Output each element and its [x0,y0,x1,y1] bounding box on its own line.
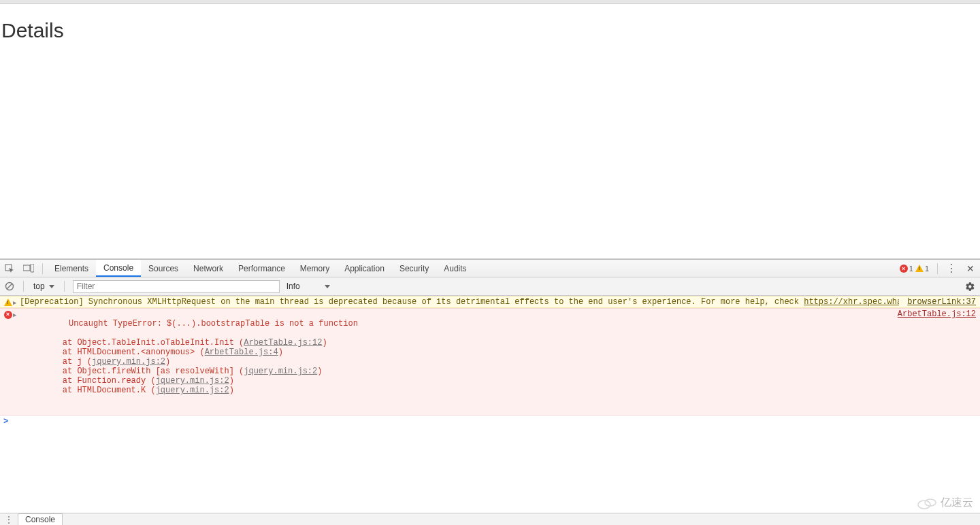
log-message: [Deprecation] Synchronous XMLHttpRequest… [20,297,899,307]
stack-frame: at Function.ready (jquery.min.js:2) [20,376,889,386]
devtools-tabbar: Elements Console Sources Network Perform… [0,260,980,277]
console-toolbar: top Info [0,277,980,296]
page-content: Details [0,19,980,259]
console-prompt[interactable]: > [0,416,980,428]
close-icon[interactable]: ✕ [961,260,980,277]
stack-frame: at Object.TableInit.oTableInit.Init (Arb… [20,338,889,348]
source-link[interactable]: jquery.min.js:2 [156,376,229,386]
expand-arrow-icon[interactable]: ▶ [13,309,20,414]
tab-console[interactable]: Console [96,260,141,277]
devtools-panel: Elements Console Sources Network Perform… [0,259,980,525]
log-message: Uncaught TypeError: $(...).bootstrapTabl… [20,309,889,414]
svg-line-4 [7,284,12,289]
drawer-tab-console[interactable]: Console [18,513,63,525]
source-link[interactable]: browserLink:37 [907,297,976,307]
device-toggle-icon[interactable] [19,260,38,277]
separator [64,281,65,292]
clear-console-icon[interactable] [0,277,19,295]
drawer-bar: ⋮ Console [0,513,980,525]
tab-performance[interactable]: Performance [231,260,293,277]
more-icon[interactable]: ⋮ [942,260,961,277]
source-link[interactable]: ArbetTable.js:12 [244,338,322,348]
chevron-down-icon [325,285,330,288]
level-dropdown[interactable]: Info [287,282,330,291]
warning-icon [4,299,12,306]
svg-rect-2 [31,264,34,272]
tab-elements[interactable]: Elements [47,260,96,277]
status-counts[interactable]: ×1 1 [900,260,933,277]
stack-frame: at HTMLDocument.K (jquery.min.js:2) [20,386,889,395]
tab-sources[interactable]: Sources [141,260,186,277]
page-title: Details [1,19,980,42]
console-log-area: ▶ [Deprecation] Synchronous XMLHttpReque… [0,296,980,428]
browser-tabstrip [0,0,980,4]
tab-memory[interactable]: Memory [293,260,337,277]
source-link[interactable]: ArbetTable.js:12 [898,309,976,319]
tab-network[interactable]: Network [186,260,231,277]
context-value: top [33,282,45,291]
tab-application[interactable]: Application [337,260,392,277]
more-icon[interactable]: ⋮ [0,513,18,525]
separator [23,281,24,292]
chevron-down-icon [49,285,54,288]
gear-icon[interactable] [960,277,980,295]
tab-security[interactable]: Security [392,260,436,277]
stack-frame: at j (jquery.min.js:2) [20,357,889,367]
stack-frame: at HTMLDocument.<anonymous> (ArbetTable.… [20,348,889,357]
stack-frame: at Object.fireWith [as resolveWith] (jqu… [20,367,889,376]
doc-link[interactable]: https://xhr.spec.whatwg.org/ [804,297,899,307]
source-link[interactable]: ArbetTable.js:4 [205,348,278,357]
separator [42,263,43,274]
context-dropdown[interactable]: top [28,277,60,295]
log-row-warning: ▶ [Deprecation] Synchronous XMLHttpReque… [0,296,980,308]
error-count: 1 [909,265,913,273]
expand-arrow-icon[interactable]: ▶ [13,297,20,307]
error-icon: × [900,265,908,273]
inspect-icon[interactable] [0,260,19,277]
filter-input[interactable] [73,280,280,293]
source-link[interactable]: jquery.min.js:2 [244,367,317,376]
log-row-error: × ▶ Uncaught TypeError: $(...).bootstrap… [0,308,980,416]
separator [937,263,938,274]
svg-rect-1 [23,265,30,271]
level-value: Info [287,282,300,291]
source-link[interactable]: jquery.min.js:2 [92,357,165,367]
warning-icon [915,265,924,272]
warning-count: 1 [925,265,929,273]
tab-audits[interactable]: Audits [436,260,474,277]
error-icon: × [4,311,12,319]
source-link[interactable]: jquery.min.js:2 [156,386,229,395]
